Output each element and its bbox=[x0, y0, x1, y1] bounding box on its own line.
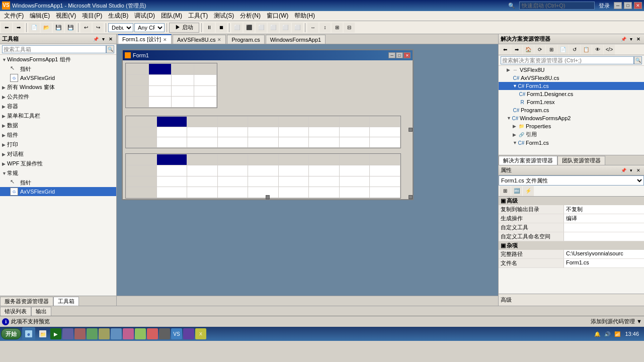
sol-item-axvsflex8u[interactable]: C# AxVSFlex8U.cs bbox=[499, 74, 644, 82]
solution-tab[interactable]: 解决方案资源管理器 bbox=[499, 156, 557, 165]
back-btn[interactable]: ⬅ bbox=[1, 23, 12, 33]
menu-view[interactable]: 视图(V) bbox=[53, 11, 79, 21]
menu-file[interactable]: 文件(F) bbox=[1, 11, 27, 21]
size-h-btn[interactable]: ↔ bbox=[307, 23, 318, 33]
sol-pin-btn[interactable]: 📌 bbox=[620, 36, 627, 43]
open-btn[interactable]: 📂 bbox=[41, 23, 52, 33]
taskbar-icon-7[interactable] bbox=[99, 328, 110, 339]
menu-debug[interactable]: 调试(D) bbox=[131, 11, 158, 21]
sol-item-references[interactable]: ▶ 🔗 引用 bbox=[499, 130, 644, 139]
sol-close-btn[interactable]: ✕ bbox=[635, 36, 642, 43]
start-button[interactable]: ▶ 启动 bbox=[169, 23, 199, 33]
start-button[interactable]: 开始 bbox=[1, 328, 21, 339]
props-events-btn[interactable]: ⚡ bbox=[523, 186, 534, 196]
resize-handle-mr[interactable] bbox=[409, 128, 413, 132]
taskbar-icon-15[interactable]: X bbox=[195, 328, 206, 339]
tab-axvsflex[interactable]: AxVSFlex8U.cs ✕ bbox=[173, 35, 226, 44]
toolbox-search-icon[interactable]: 🔍 bbox=[106, 45, 114, 53]
toolbox-group-print[interactable]: ▶ 打印 bbox=[0, 140, 116, 149]
taskbar-icon-12[interactable] bbox=[159, 328, 170, 339]
sol-home-btn[interactable]: 🏠 bbox=[523, 45, 534, 55]
redo-btn[interactable]: ↪ bbox=[93, 23, 104, 33]
toolbox-pin-btn[interactable]: 📌 bbox=[92, 36, 99, 43]
taskbar-icon-9[interactable] bbox=[123, 328, 134, 339]
toolbox-menu-btn[interactable]: ▾ bbox=[100, 36, 107, 43]
user-login[interactable]: 登录 bbox=[599, 2, 610, 10]
props-pin-btn[interactable]: 📌 bbox=[620, 167, 627, 174]
resize-handle-br[interactable] bbox=[409, 195, 413, 199]
order-btn[interactable]: ⊟ bbox=[344, 23, 355, 33]
taskbar-icon-8[interactable] bbox=[111, 328, 122, 339]
save-all-btn[interactable]: 💾 bbox=[65, 23, 76, 33]
toolbox-group-dialog[interactable]: ▶ 对话框 bbox=[0, 149, 116, 159]
sol-item-vsflex8u[interactable]: ▶ ─ VSFlex8U bbox=[499, 66, 644, 74]
grid-btn[interactable]: ⊞ bbox=[332, 23, 343, 33]
toolbox-search-input[interactable] bbox=[2, 45, 106, 53]
align-middle-btn[interactable]: ⬜ bbox=[280, 23, 291, 33]
forward-btn[interactable]: ➡ bbox=[13, 23, 24, 33]
tray-icon-2[interactable]: 🔊 bbox=[603, 329, 612, 338]
grid-control-3[interactable] bbox=[125, 153, 401, 199]
sol-item-form1-resx[interactable]: R Form1.resx bbox=[499, 98, 644, 106]
taskbar-icon-6[interactable] bbox=[87, 328, 98, 339]
menu-help[interactable]: 帮助(H) bbox=[291, 11, 318, 21]
toolbox-group-windowsformsapp1[interactable]: ▼ WindowsFormsApp1 组件 bbox=[0, 55, 116, 64]
menu-team[interactable]: 团队(M) bbox=[158, 11, 185, 21]
form-close-btn[interactable]: ✕ bbox=[404, 52, 411, 58]
sol-code-btn[interactable]: </> bbox=[604, 45, 615, 55]
menu-build[interactable]: 生成(B) bbox=[105, 11, 131, 21]
undo-btn[interactable]: ↩ bbox=[80, 23, 92, 33]
form-max-btn[interactable]: □ bbox=[396, 52, 403, 58]
align-left-btn[interactable]: ⬜ bbox=[231, 23, 243, 33]
sol-search-icon[interactable]: 🔍 bbox=[634, 56, 642, 64]
props-section-advanced[interactable]: ▣ 高级 bbox=[499, 197, 644, 205]
new-btn[interactable]: 📄 bbox=[29, 23, 40, 33]
props-value-custom-tool[interactable] bbox=[564, 223, 644, 232]
taskbar-icon-2[interactable]: 📁 bbox=[36, 327, 49, 340]
grid-control-1[interactable] bbox=[125, 63, 217, 108]
props-value-full-path[interactable]: C:\Users\yvonnia\sourc bbox=[564, 250, 644, 258]
properties-selector[interactable]: Form1.cs 文件属性 bbox=[499, 175, 644, 186]
menu-tools[interactable]: 工具(T) bbox=[185, 11, 211, 21]
resize-handle-bm[interactable] bbox=[266, 195, 270, 199]
toolbox-group-general[interactable]: ▼ 常规 bbox=[0, 168, 116, 178]
toolbox-item-axvsflex2[interactable]: G AxVSFlexGrid bbox=[0, 187, 116, 196]
props-value-build-action[interactable]: 编译 bbox=[564, 214, 644, 223]
sol-view-btn[interactable]: 👁 bbox=[592, 45, 603, 55]
sol-search-input[interactable] bbox=[501, 56, 634, 64]
tab-form1-design-close[interactable]: ✕ bbox=[163, 37, 167, 42]
save-btn[interactable]: 💾 bbox=[53, 23, 64, 33]
props-value-custom-tool-ns[interactable] bbox=[564, 232, 644, 241]
taskbar-icon-4[interactable] bbox=[62, 328, 73, 339]
grid-control-2[interactable] bbox=[125, 116, 401, 148]
props-value-copy-output[interactable]: 不复制 bbox=[564, 205, 644, 214]
props-close-btn[interactable]: ✕ bbox=[635, 167, 642, 174]
toolbox-group-windows[interactable]: ▶ 所有 Windows 窗体 bbox=[0, 82, 116, 92]
align-bottom-btn[interactable]: ⬜ bbox=[292, 23, 303, 33]
menu-test[interactable]: 测试(S) bbox=[211, 11, 237, 21]
sol-item-properties[interactable]: ▶ 📁 Properties bbox=[499, 122, 644, 130]
sol-properties-btn[interactable]: ⊞ bbox=[546, 45, 557, 55]
taskbar-icon-14[interactable] bbox=[183, 328, 194, 339]
toolbox-group-container[interactable]: ▶ 容器 bbox=[0, 102, 116, 111]
restore-button[interactable]: □ bbox=[624, 2, 632, 9]
props-menu-btn[interactable]: ▾ bbox=[627, 167, 634, 174]
sol-forward-btn[interactable]: ➡ bbox=[511, 45, 522, 55]
sol-refresh-btn[interactable]: ↺ bbox=[569, 45, 580, 55]
taskbar-icon-13[interactable]: VS bbox=[171, 328, 182, 339]
minimize-button[interactable]: ─ bbox=[614, 2, 622, 9]
team-tab[interactable]: 团队资源管理器 bbox=[557, 156, 605, 165]
sol-item-program-cs[interactable]: C# Program.cs bbox=[499, 106, 644, 114]
toolbox-item-pointer1[interactable]: ↖ 指针 bbox=[0, 64, 116, 73]
toolbox-group-wpf[interactable]: ▶ WPF 互操作性 bbox=[0, 159, 116, 168]
tray-icon-3[interactable]: 📶 bbox=[613, 329, 622, 338]
align-center-btn[interactable]: ⬛ bbox=[244, 23, 255, 33]
toolbox-item-axvsflex1[interactable]: G AxVSFlexGrid bbox=[0, 73, 116, 82]
toolbox-group-menu[interactable]: ▶ 菜单和工具栏 bbox=[0, 111, 116, 121]
server-explorer-tab[interactable]: 服务器资源管理器 bbox=[0, 297, 53, 306]
toolbox-group-data[interactable]: ▶ 数据 bbox=[0, 121, 116, 130]
errors-list-tab[interactable]: 错误列表 bbox=[0, 307, 31, 316]
menu-project[interactable]: 项目(P) bbox=[79, 11, 105, 21]
sol-item-form1-cs[interactable]: ▼ C# Form1.cs bbox=[499, 82, 644, 90]
sol-menu-btn[interactable]: ▾ bbox=[627, 36, 634, 43]
